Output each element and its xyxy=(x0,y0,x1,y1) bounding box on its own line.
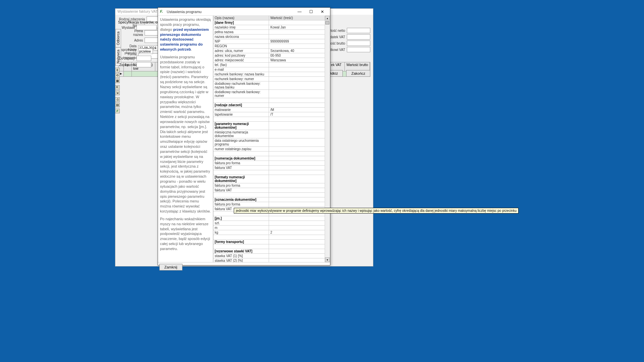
zakoncz-button[interactable]: Zakończ xyxy=(346,70,370,77)
minimize-button[interactable]: — xyxy=(294,8,305,15)
wystawil-input[interactable] xyxy=(137,25,157,30)
param-value[interactable] xyxy=(269,258,325,262)
scroll-down-icon[interactable]: ▾ xyxy=(325,257,330,262)
settings-param-row[interactable]: faktura pro forma xyxy=(213,161,325,166)
param-value[interactable]: Sezamkowa, 40 xyxy=(269,49,325,53)
param-name xyxy=(213,244,269,249)
param-name: pełna nazwa xyxy=(213,30,269,34)
do-zaplaty-input[interactable] xyxy=(137,56,151,61)
settings-window: F. Ustawienia programu — ☐ ✕ Ustawienia … xyxy=(158,7,330,265)
scroll-up-icon[interactable]: ▴ xyxy=(325,16,330,20)
param-value[interactable] xyxy=(269,221,325,225)
forma-plat-input[interactable] xyxy=(138,49,153,54)
settings-param-row[interactable]: adres: kod pocztowy00-950 xyxy=(213,53,325,58)
zamknij-button[interactable]: Zamknij xyxy=(159,264,182,270)
param-value[interactable] xyxy=(269,161,325,165)
param-name: [numeracja dokumentów] xyxy=(213,156,269,161)
param-name: dodatkowy rachunek bankowy: numer xyxy=(213,90,269,98)
zaplacono-input[interactable] xyxy=(137,62,151,67)
settings-param-row[interactable]: tapetowanie/T xyxy=(213,112,325,117)
param-value[interactable]: /M xyxy=(269,108,325,112)
settings-param-row[interactable]: tel. (fax) xyxy=(213,63,325,67)
settings-section-row: [formy transportu] xyxy=(213,240,325,244)
param-value[interactable] xyxy=(269,147,325,151)
param-name: faktura VAT xyxy=(213,188,269,192)
settings-param-row[interactable]: NIP9999999999 xyxy=(213,39,325,44)
param-name: stawka VAT (2) [%] xyxy=(213,258,269,262)
close-button[interactable]: ✕ xyxy=(317,8,328,15)
desc-post: . xyxy=(191,47,192,51)
param-value[interactable] xyxy=(269,138,325,146)
settings-param-row[interactable]: adres: ulica, numerSezamkowa, 40 xyxy=(213,49,325,53)
param-value[interactable] xyxy=(269,67,325,72)
refresh-icon[interactable]: ⟲ xyxy=(115,73,120,78)
param-value[interactable] xyxy=(269,35,325,39)
param-value[interactable]: Warszawa xyxy=(269,58,325,62)
app-icon[interactable]: F xyxy=(115,109,120,113)
param-value[interactable] xyxy=(269,254,325,258)
param-name: nazwisko imię xyxy=(213,25,269,29)
settings-param-row[interactable]: numer ostatniego zapisu xyxy=(213,147,325,152)
param-value[interactable] xyxy=(269,188,325,192)
euro-icon[interactable]: € xyxy=(115,68,120,72)
param-value[interactable]: 9999999999 xyxy=(269,39,325,44)
import-icon[interactable]: ⇲ xyxy=(115,90,120,95)
settings-param-row[interactable]: faktura pro forma xyxy=(213,183,325,188)
param-value[interactable]: 00-950 xyxy=(269,53,325,58)
export-icon[interactable]: ⇱ xyxy=(115,85,120,90)
param-value[interactable] xyxy=(269,63,325,67)
param-value[interactable] xyxy=(269,44,325,48)
settings-param-row[interactable]: stawka VAT (2) [%] xyxy=(213,258,325,262)
param-value[interactable] xyxy=(269,226,325,230)
param-value[interactable] xyxy=(269,183,325,188)
param-value[interactable] xyxy=(269,77,325,81)
param-value xyxy=(269,244,325,249)
settings-param-row[interactable]: adres: miejscowośćWarszawa xyxy=(213,58,325,63)
settings-param-row[interactable]: data ostatniego uruchomienia programu xyxy=(213,138,325,147)
param-value[interactable] xyxy=(269,81,325,89)
param-name: dodatkowy rachunek bankowy: nazwa banku xyxy=(213,81,269,89)
settings-param-row[interactable]: pełna nazwa xyxy=(213,30,325,35)
settings-spacer-row xyxy=(213,152,325,156)
param-value[interactable]: /T xyxy=(269,112,325,117)
param-name: faktura pro forma xyxy=(213,202,269,206)
settings-param-row[interactable]: faktura VAT xyxy=(213,166,325,170)
param-name: faktura pro forma xyxy=(213,183,269,188)
maximize-button[interactable]: ☐ xyxy=(305,8,317,15)
param-name: REGON xyxy=(213,44,269,48)
settings-param-row[interactable]: e-mail xyxy=(213,67,325,72)
settings-scrollbar[interactable]: ▴ ▾ xyxy=(325,16,330,262)
param-value[interactable] xyxy=(269,72,325,76)
settings-param-row[interactable]: faktura pro forma xyxy=(213,202,325,207)
param-value[interactable] xyxy=(269,90,325,98)
settings-spacer-row xyxy=(213,98,325,103)
table-icon[interactable]: ▦ xyxy=(115,78,120,83)
calc-icon[interactable]: ▤ xyxy=(115,103,120,107)
settings-table: Opis (nazwa) Wartość (treść) [dane firmy… xyxy=(213,16,325,262)
settings-param-row[interactable]: faktura VAT xyxy=(213,188,325,193)
settings-param-row[interactable]: dodatkowy rachunek bankowy: nazwa banku xyxy=(213,81,325,90)
settings-param-row[interactable]: malowanie/M xyxy=(213,108,325,112)
settings-param-row[interactable]: szt. xyxy=(213,221,325,226)
param-value[interactable] xyxy=(269,202,325,206)
settings-param-row[interactable]: stawka VAT (1) [%] xyxy=(213,254,325,258)
param-value[interactable] xyxy=(269,130,325,138)
param-value[interactable] xyxy=(269,30,325,34)
settings-param-row[interactable]: nazwisko imięKowal Jan xyxy=(213,25,325,30)
do-zaplaty-label: Do zapłaty xyxy=(118,57,137,60)
settings-param-row[interactable]: miesięczna numeracja dokumentów xyxy=(213,130,325,138)
settings-param-row[interactable]: m xyxy=(213,226,325,230)
settings-param-row[interactable]: kg2 xyxy=(213,230,325,235)
param-value[interactable]: 2 xyxy=(269,230,325,235)
param-value xyxy=(269,103,325,107)
scroll-thumb[interactable] xyxy=(325,21,329,24)
param-value[interactable]: Kowal Jan xyxy=(269,25,325,29)
settings-param-row[interactable]: dodatkowy rachunek bankowy: numer xyxy=(213,90,325,98)
settings-param-row[interactable]: rachunek bankowy: nazwa banku xyxy=(213,72,325,77)
settings-param-row[interactable]: REGON xyxy=(213,44,325,49)
settings-param-row[interactable]: rachunek bankowy: numer xyxy=(213,77,325,81)
settings-param-row[interactable]: nazwa skrócona xyxy=(213,35,325,39)
print-icon[interactable]: ⎙ xyxy=(115,97,120,102)
param-name: [formy transportu] xyxy=(213,240,269,244)
param-value[interactable] xyxy=(269,166,325,170)
